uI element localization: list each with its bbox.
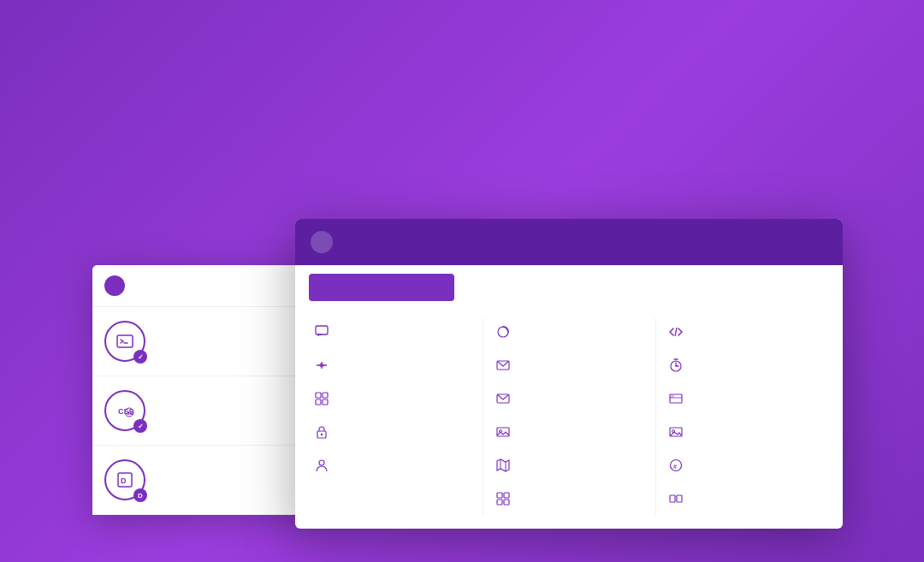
list-item[interactable] bbox=[490, 452, 651, 482]
new-module-modal: # bbox=[295, 219, 843, 529]
svg-rect-12 bbox=[323, 393, 328, 398]
modal-header-left bbox=[311, 231, 341, 253]
list-item[interactable] bbox=[490, 418, 651, 448]
course-lessons-list: ✓ CSS JS ✓ D D bbox=[92, 307, 323, 515]
comments-icon bbox=[314, 325, 329, 341]
svg-point-16 bbox=[321, 434, 323, 435]
svg-point-17 bbox=[319, 460, 324, 465]
divider-icon bbox=[314, 358, 329, 375]
svg-rect-37 bbox=[671, 395, 674, 398]
svg-rect-29 bbox=[504, 500, 509, 505]
code-icon bbox=[668, 325, 684, 341]
modal-divi-logo bbox=[311, 231, 333, 253]
svg-rect-26 bbox=[497, 493, 502, 498]
list-item[interactable] bbox=[663, 485, 824, 515]
list-item[interactable] bbox=[490, 385, 651, 415]
custom-module-button[interactable] bbox=[309, 274, 454, 301]
lesson-icon-css: CSS JS ✓ bbox=[104, 390, 145, 431]
gallery-icon bbox=[495, 425, 511, 441]
featured-posts-slider-icon bbox=[668, 392, 684, 408]
list-item[interactable] bbox=[663, 318, 824, 348]
svg-text:#: # bbox=[673, 464, 677, 470]
svg-rect-28 bbox=[497, 500, 502, 505]
login-icon bbox=[314, 425, 329, 441]
lesson-badge: ✓ bbox=[133, 350, 147, 364]
list-item[interactable]: D D bbox=[92, 446, 323, 515]
hero-section bbox=[0, 51, 924, 63]
lesson-badge: ✓ bbox=[133, 419, 147, 433]
list-item[interactable]: # bbox=[663, 452, 824, 482]
list-item[interactable] bbox=[309, 418, 477, 448]
module-items-grid: # bbox=[309, 318, 829, 515]
svg-rect-27 bbox=[504, 493, 509, 498]
course-panel-header bbox=[92, 265, 323, 307]
module-column-2 bbox=[483, 318, 656, 515]
course-lessons-panel: ✓ CSS JS ✓ D D bbox=[92, 265, 323, 515]
modal-content: # bbox=[295, 265, 843, 529]
number-counter-icon: # bbox=[668, 458, 684, 475]
lesson-icon-cli: ✓ bbox=[104, 321, 145, 362]
person-icon bbox=[314, 458, 329, 475]
list-item[interactable] bbox=[663, 418, 824, 448]
list-item[interactable]: CSS JS ✓ bbox=[92, 376, 323, 446]
svg-marker-23 bbox=[497, 459, 509, 471]
svg-text:D: D bbox=[121, 476, 127, 485]
post-navigation-icon bbox=[668, 492, 684, 508]
module-column-3: # bbox=[655, 318, 829, 515]
svg-rect-43 bbox=[677, 495, 682, 502]
list-item[interactable] bbox=[309, 385, 477, 415]
svg-rect-14 bbox=[323, 399, 328, 405]
lesson-icon-ext: D D bbox=[104, 459, 145, 500]
svg-rect-0 bbox=[117, 335, 133, 347]
portfolio-icon bbox=[495, 492, 511, 508]
list-item[interactable] bbox=[490, 485, 651, 515]
map-icon bbox=[495, 458, 511, 475]
email-optin-icon bbox=[495, 392, 511, 408]
list-item[interactable] bbox=[309, 452, 477, 482]
list-item[interactable] bbox=[663, 385, 824, 415]
list-item[interactable]: ✓ bbox=[92, 307, 323, 376]
contact-form-icon bbox=[495, 358, 511, 375]
module-column-1 bbox=[309, 318, 483, 515]
svg-rect-7 bbox=[316, 326, 328, 334]
list-item[interactable] bbox=[309, 318, 477, 348]
filterable-portfolio-icon bbox=[314, 392, 329, 408]
list-item[interactable] bbox=[309, 352, 477, 382]
svg-rect-13 bbox=[316, 399, 321, 405]
divi-logo-small bbox=[104, 275, 125, 296]
modal-header bbox=[295, 219, 843, 265]
image-icon bbox=[668, 425, 684, 441]
list-item[interactable] bbox=[490, 318, 651, 348]
svg-rect-42 bbox=[670, 495, 675, 502]
circle-counter-icon bbox=[495, 325, 511, 341]
svg-text:JS: JS bbox=[127, 411, 133, 416]
list-item[interactable] bbox=[663, 352, 824, 382]
svg-line-30 bbox=[675, 328, 677, 336]
svg-rect-11 bbox=[316, 393, 321, 398]
countdown-timer-icon bbox=[668, 358, 684, 375]
lesson-badge: D bbox=[133, 488, 147, 502]
list-item[interactable] bbox=[490, 352, 651, 382]
